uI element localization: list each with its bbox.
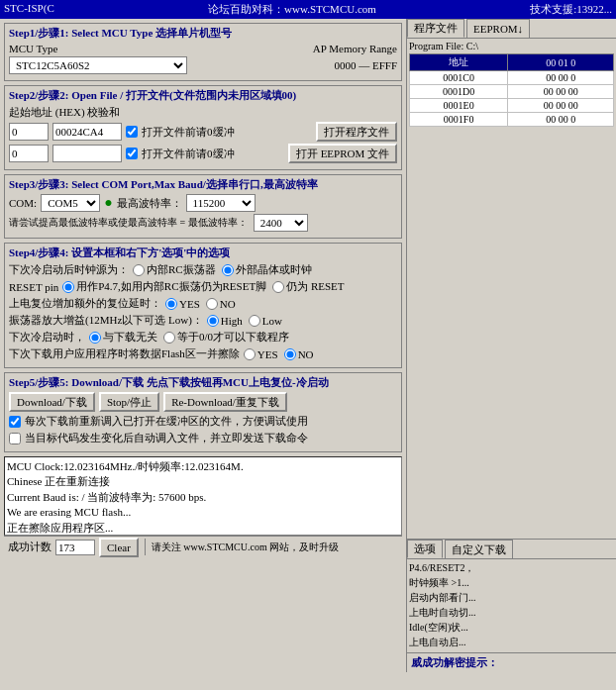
data-cell: 00 00 00 <box>508 99 614 113</box>
ap-memory-range: 0000 — EFFF <box>334 59 397 71</box>
stop-btn[interactable]: Stop/停止 <box>99 392 159 412</box>
tab-eeprom[interactable]: EEPROM↓ <box>466 19 530 38</box>
com-select[interactable]: COM5 <box>41 194 100 212</box>
right-top-tabs: 程序文件 EEPROM↓ <box>407 19 616 39</box>
rst-reset-radio[interactable] <box>272 281 284 293</box>
checksum1-input[interactable] <box>52 123 122 141</box>
step4-group: Step4/步骤4: 设置本框和右下方'选项'中的选项 下次冷启动后时钟源为： … <box>4 243 402 368</box>
open-prog-file-btn[interactable]: 打开程序文件 <box>316 122 397 142</box>
top-bar-right: 技术支援:13922... <box>530 2 612 17</box>
auto-load-check[interactable] <box>9 433 21 444</box>
step4-row3-label: 上电复位增加额外的复位延时： <box>9 296 161 311</box>
status-dot: ● <box>104 195 112 211</box>
option-row-3: 启动内部看门... <box>409 591 614 604</box>
rst2-yes-label: YES <box>179 298 200 310</box>
rst-p47-label: 用作P4.7,如用内部RC振荡仍为RESET脚 <box>76 279 266 294</box>
log-line-3: Current Baud is: / 当前波特率为: 57600 bps. <box>7 490 399 505</box>
cold-zero-radio[interactable] <box>163 332 175 344</box>
clk-internal-radio[interactable] <box>133 264 145 276</box>
erase-yes-radio[interactable] <box>244 348 256 360</box>
gain-low-label: Low <box>262 315 282 327</box>
addr-cell: 0001D0 <box>410 85 508 99</box>
log-line-2: Chinese 正在重新连接 <box>7 474 399 489</box>
step4-row1-label: 下次冷启动后时钟源为： <box>9 262 129 277</box>
log-line-5: 正在擦除应用程序区... <box>7 521 399 536</box>
right-panel: 程序文件 EEPROM↓ Program File: C:\ 地址 00 01 … <box>406 19 616 672</box>
com-label: COM: <box>9 197 37 209</box>
clk-external-radio[interactable] <box>222 264 234 276</box>
mcu-type-label: MCU Type <box>9 43 57 54</box>
log-area[interactable]: MCU Clock:12.023164MHz./时钟频率:12.023164M.… <box>4 456 402 536</box>
tab-options[interactable]: 选项 <box>407 540 443 558</box>
top-bar: STC-ISP(C 论坛百助对科：www.STCMCU.com 技术支援:139… <box>0 0 616 19</box>
clear-buf1-check[interactable] <box>126 126 138 138</box>
option-row-4: 上电时自动切... <box>409 606 614 619</box>
addr1-input[interactable] <box>9 123 49 141</box>
clear-btn[interactable]: Clear <box>99 538 139 557</box>
max-baud-label: 最高波特率： <box>117 196 182 211</box>
success-bar: 威成功解密提示： <box>407 652 616 672</box>
table-row: 0001E0 00 00 00 <box>410 99 614 113</box>
step4-row5-label: 下次冷启动时， <box>9 330 85 345</box>
mcu-type-select[interactable]: STC12C5A60S2 <box>9 56 187 74</box>
success-count <box>55 540 95 555</box>
step4-row4-label: 振荡器放大增益(12MHz以下可选 Low)： <box>9 313 203 328</box>
gain-high-radio[interactable] <box>207 315 219 327</box>
log-line-1: MCU Clock:12.023164MHz./时钟频率:12.023164M. <box>7 459 399 474</box>
data-cell: 00 00 0 <box>508 113 614 127</box>
max-baud-select[interactable]: 115200 <box>186 194 256 212</box>
step1-title: Step1/步骤1: Select MCU Type 选择单片机型号 <box>9 26 397 41</box>
top-bar-middle: 论坛百助对科：www.STCMCU.com <box>208 2 376 17</box>
erase-no-radio[interactable] <box>284 348 296 360</box>
open-eeprom-file-btn[interactable]: 打开 EEPROM 文件 <box>288 144 397 163</box>
log-line-4: We are erasing MCU flash... <box>7 505 399 520</box>
bottom-hint: 请关注 www.STCMCU.com 网站，及时升级 <box>152 541 339 554</box>
clear-buf1-label: 打开文件前请0缓冲 <box>142 125 235 140</box>
top-bar-left: STC-ISP(C <box>4 2 54 17</box>
step4-row2-label: RESET pin <box>9 281 58 293</box>
right-bottom-section: 选项 自定义下载 P4.6/RESET2， 时钟频率 >1... 启动内部看门.… <box>407 539 616 672</box>
clk-external-label: 外部晶体或时钟 <box>236 262 312 277</box>
rst2-no-radio[interactable] <box>206 298 218 310</box>
gain-low-radio[interactable] <box>249 315 260 327</box>
gain-high-label: High <box>221 315 243 327</box>
clear-buf2-label: 打开文件前请0缓冲 <box>142 147 235 161</box>
addr-cell: 0001C0 <box>410 71 508 85</box>
cold-nocare-label: 与下载无关 <box>103 330 157 345</box>
col-data: 00 01 0 <box>508 54 614 71</box>
option-row-6: 上电自动启... <box>409 636 614 648</box>
tab-custom-download[interactable]: 自定义下载 <box>445 540 513 558</box>
prog-section: Program File: C:\ 地址 00 01 0 0001C0 00 0… <box>407 39 616 129</box>
rst2-yes-radio[interactable] <box>165 298 177 310</box>
min-baud-select[interactable]: 2400 <box>254 214 308 232</box>
redownload-btn[interactable]: Re-Download/重复下载 <box>163 392 287 412</box>
checksum2-input[interactable] <box>52 145 122 162</box>
cold-nocare-radio[interactable] <box>89 332 101 344</box>
data-cell: 00 00 0 <box>508 71 614 85</box>
bottom-status: 成功计数 Clear 请关注 www.STCMCU.com 网站，及时升级 <box>4 536 402 557</box>
rst2-no-label: NO <box>220 298 236 310</box>
rst-reset-label: 仍为 RESET <box>286 279 344 294</box>
clear-buf2-check[interactable] <box>126 148 138 159</box>
addr2-input[interactable] <box>9 145 49 162</box>
baud-hint: 请尝试提高最低波特率或使最高波特率 = 最低波特率： <box>9 216 248 230</box>
reload-label: 每次下载前重新调入已打开在缓冲区的文件，方便调试使用 <box>25 414 308 429</box>
tab-program-file[interactable]: 程序文件 <box>407 19 464 38</box>
step1-group: Step1/步骤1: Select MCU Type 选择单片机型号 MCU T… <box>4 23 402 81</box>
addr-cell: 0001E0 <box>410 99 508 113</box>
options-content: P4.6/RESET2， 时钟频率 >1... 启动内部看门... 上电时自动切… <box>407 559 616 652</box>
col-addr: 地址 <box>410 54 508 71</box>
start-addr-label: 起始地址 (HEX) 校验和 <box>9 105 120 120</box>
download-btn[interactable]: Download/下载 <box>9 392 95 412</box>
prog-table: 地址 00 01 0 0001C0 00 00 0 0001D0 00 00 0… <box>409 53 614 127</box>
step2-title: Step2/步骤2: Open File / 打开文件(文件范围内未用区域填00… <box>9 88 397 103</box>
erase-yes-label: YES <box>257 348 278 360</box>
auto-load-label: 当目标代码发生变化后自动调入文件，并立即发送下载命令 <box>25 431 308 445</box>
data-cell: 00 00 00 <box>508 85 614 99</box>
step5-group: Step5/步骤5: Download/下载 先点下载按钮再MCU上电复位-冷启… <box>4 372 402 452</box>
cold-zero-label: 等于0/0才可以下载程序 <box>177 330 289 345</box>
step5-title: Step5/步骤5: Download/下载 先点下载按钮再MCU上电复位-冷启… <box>9 375 397 390</box>
rst-p47-radio[interactable] <box>62 281 74 293</box>
step2-group: Step2/步骤2: Open File / 打开文件(文件范围内未用区域填00… <box>4 85 402 170</box>
reload-check[interactable] <box>9 416 21 428</box>
